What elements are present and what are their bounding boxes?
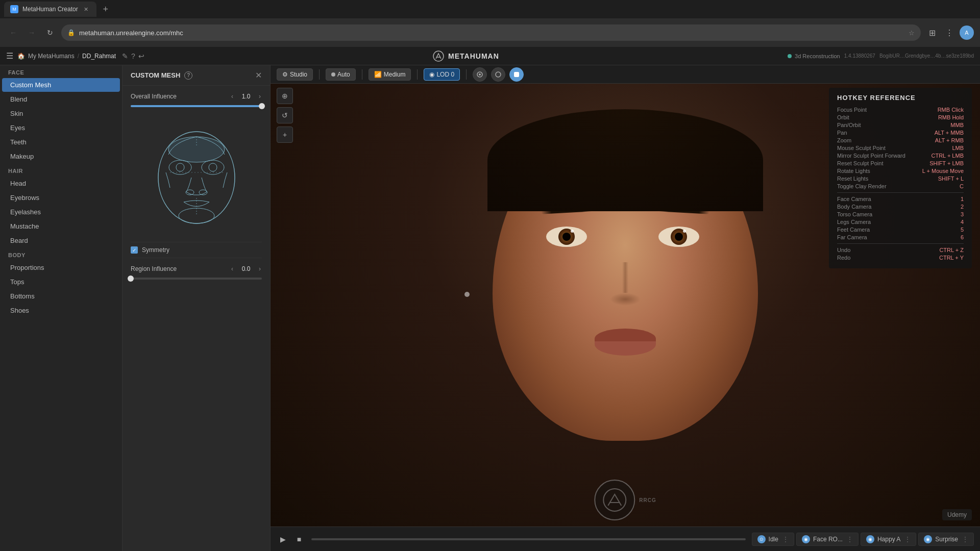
eye-white-left — [546, 227, 587, 247]
overall-influence-thumb[interactable] — [259, 103, 265, 109]
sidebar-item-eyes[interactable]: Eyes — [2, 121, 120, 135]
surprise-menu-button[interactable]: ⋮ — [962, 536, 968, 543]
eye-left — [546, 227, 592, 252]
hotkey-body-camera-label: Body Camera — [837, 204, 871, 210]
sidebar-item-teeth[interactable]: Teeth — [2, 135, 120, 149]
eye-pupil-left — [562, 233, 571, 241]
undo-button[interactable]: ↩ — [138, 52, 144, 60]
overall-influence-track[interactable] — [131, 105, 262, 107]
idle-menu-button[interactable]: ⋮ — [782, 536, 789, 543]
face-ro-status-item: ◉ Face RO... ⋮ — [796, 533, 859, 546]
tab-close-button[interactable]: ✕ — [82, 5, 90, 13]
panel-header: CUSTOM MESH ? ✕ — [122, 65, 270, 86]
svg-point-6 — [209, 163, 217, 171]
overall-influence-increase-button[interactable]: › — [258, 92, 262, 101]
play-button[interactable]: ▶ — [277, 533, 289, 545]
new-tab-button[interactable]: + — [99, 2, 113, 16]
hotkey-redo-label: Redo — [837, 255, 850, 261]
refresh-button[interactable]: ↻ — [43, 26, 57, 40]
hotkey-orbit: Orbit RMB Hold — [837, 114, 964, 120]
toolbar-separator-3 — [417, 69, 418, 80]
status-label: 3d Reconstruction — [795, 53, 840, 59]
sidebar-item-proportions[interactable]: Proportions — [2, 261, 120, 274]
hotkey-face-camera-key: 1 — [961, 196, 964, 202]
svg-point-5 — [176, 163, 184, 171]
svg-point-12 — [496, 72, 501, 77]
hotkey-undo-key: CTRL + Z — [939, 247, 964, 253]
overall-influence-decrease-button[interactable]: ‹ — [230, 92, 234, 101]
active-tab[interactable]: M MetaHuman Creator ✕ — [4, 2, 96, 17]
hotkey-far-camera-label: Far Camera — [837, 234, 867, 240]
hotkey-mirror-sculpt-key: CTRL + LMB — [932, 153, 964, 159]
main-viewport[interactable]: ⚙ Studio Auto 📶 Medium ◉ LOD 0 — [271, 47, 980, 551]
tab-title: MetaHuman Creator — [22, 6, 78, 13]
timeline-bar[interactable] — [311, 538, 746, 540]
medium-button[interactable]: 📶 Medium — [369, 68, 411, 81]
viewport-mode-3-button[interactable] — [509, 67, 524, 82]
panel-title: CUSTOM MESH ? — [131, 71, 192, 80]
happy-a-status-item: ◉ Happy A ⋮ — [861, 533, 916, 546]
hotkey-clay-render-label: Toggle Clay Render — [837, 183, 887, 189]
breadcrumb: 🏠 My MetaHumans / DD_Rahmat — [17, 53, 116, 60]
edit-button[interactable]: ✎ — [122, 52, 128, 60]
sidebar-item-custom-mesh[interactable]: Custom Mesh — [2, 78, 120, 92]
viewport-mode-1-button[interactable] — [473, 67, 487, 82]
sidebar-item-bottoms[interactable]: Bottoms — [2, 289, 120, 303]
forward-button[interactable]: → — [24, 26, 39, 40]
happy-a-menu-button[interactable]: ⋮ — [904, 536, 911, 543]
extensions-button[interactable]: ⊞ — [925, 26, 939, 40]
eye-right — [658, 227, 704, 252]
sidebar-item-skin[interactable]: Skin — [2, 107, 120, 120]
sidebar-item-mustache[interactable]: Mustache — [2, 219, 120, 233]
sidebar-item-eyelashes[interactable]: Eyelashes — [2, 205, 120, 219]
symmetry-checkbox[interactable]: ✓ — [131, 246, 138, 254]
surprise-status-item: ◉ Surprise ⋮ — [918, 533, 974, 546]
hotkey-orbit-label: Orbit — [837, 114, 849, 120]
studio-label: Studio — [290, 71, 307, 78]
region-influence-track[interactable] — [131, 278, 262, 280]
sidebar-item-beard[interactable]: Beard — [2, 234, 120, 247]
studio-button[interactable]: ⚙ Studio — [277, 68, 313, 81]
hotkey-legs-camera-key: 4 — [961, 219, 964, 225]
sidebar-item-makeup[interactable]: Makeup — [2, 149, 120, 163]
panel-close-button[interactable]: ✕ — [255, 70, 262, 80]
sidebar-item-shoes[interactable]: Shoes — [2, 304, 120, 317]
hotkey-rotate-lights-key: L + Mouse Move — [922, 168, 964, 174]
move-tool-button[interactable]: ⊕ — [277, 88, 293, 104]
lower-lip — [595, 341, 656, 356]
sidebar-item-tops[interactable]: Tops — [2, 275, 120, 289]
panel-help-icon[interactable]: ? — [184, 71, 192, 80]
region-influence-increase-button[interactable]: › — [258, 264, 262, 273]
hotkey-feet-camera-key: 5 — [961, 227, 964, 233]
zoom-tool-button[interactable]: + — [277, 127, 293, 143]
region-influence-thumb[interactable] — [128, 276, 134, 282]
face-mask-illustration — [145, 121, 248, 234]
hamburger-menu-button[interactable]: ☰ — [6, 51, 13, 61]
help-button[interactable]: ? — [131, 52, 135, 60]
breadcrumb-home[interactable]: My MetaHumans — [28, 53, 75, 60]
region-influence-decrease-button[interactable]: ‹ — [230, 264, 234, 273]
udemy-badge: Udemy — [942, 509, 972, 520]
mode-3-icon — [513, 71, 520, 78]
metahuman-logo: METAHUMAN — [433, 51, 499, 62]
svg-point-14 — [603, 489, 626, 511]
sidebar-item-blend[interactable]: Blend — [2, 92, 120, 106]
back-button[interactable]: ← — [6, 26, 20, 40]
more-menu-button[interactable]: ⋮ — [942, 26, 957, 40]
body-section-header: BODY — [0, 248, 122, 260]
rotate-tool-button[interactable]: ↺ — [277, 107, 293, 123]
auto-label: Auto — [337, 71, 350, 78]
lod-button[interactable]: ◉ LOD 0 — [424, 68, 460, 81]
address-bar[interactable]: 🔒 metahuman.unrealengine.com/mhc ☆ — [61, 24, 921, 41]
profile-button[interactable]: A — [960, 26, 974, 40]
auto-button[interactable]: Auto — [326, 68, 356, 81]
face-ro-menu-button[interactable]: ⋮ — [847, 536, 853, 543]
surprise-label: Surprise — [935, 536, 958, 543]
sidebar-item-eyebrows[interactable]: Eyebrows — [2, 191, 120, 205]
sidebar-item-head[interactable]: Head — [2, 177, 120, 190]
stop-button[interactable]: ■ — [293, 533, 305, 545]
mode-1-icon — [476, 71, 483, 78]
viewport-mode-2-button[interactable] — [491, 67, 505, 82]
svg-point-2 — [168, 137, 225, 162]
hotkey-feet-camera-label: Feet Camera — [837, 227, 870, 233]
